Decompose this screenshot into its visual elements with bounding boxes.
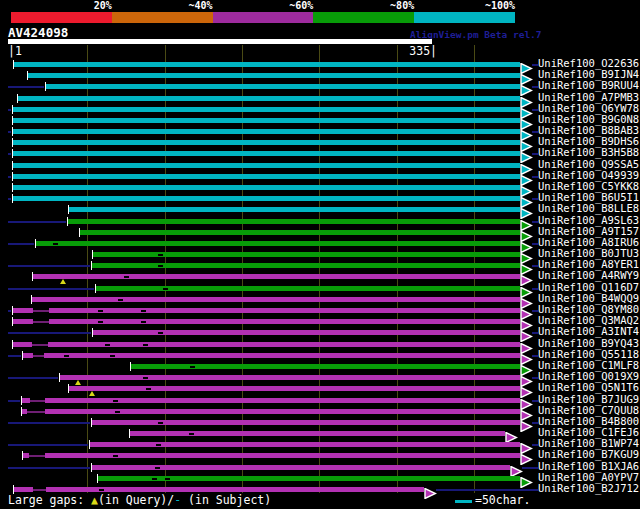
- subject-label[interactable]: UniRef100_B3H5B8: [538, 147, 639, 158]
- grid-line: [87, 45, 88, 493]
- alignment-bar-segment[interactable]: [13, 174, 520, 179]
- start-tick: [12, 116, 13, 125]
- scale-label: ~100%: [414, 0, 515, 12]
- subject-leader-line: [8, 243, 34, 245]
- alignment-bar-segment[interactable]: [69, 386, 520, 391]
- alignment-bar-segment[interactable]: [46, 84, 520, 89]
- alignment-thin-segment[interactable]: [32, 344, 48, 346]
- gap-dash: [99, 489, 104, 491]
- subject-label[interactable]: UniRef100_B2J712: [538, 483, 639, 494]
- alignment-bar-segment[interactable]: [22, 398, 30, 403]
- alignment-bar-segment[interactable]: [13, 118, 520, 123]
- subject-label[interactable]: UniRef100_A3INT4: [538, 326, 639, 337]
- subject-arrow-icon: [505, 428, 518, 439]
- alignment-bar-segment[interactable]: [28, 73, 520, 78]
- gap-dash: [64, 355, 69, 357]
- alignment-bar-segment[interactable]: [13, 185, 520, 190]
- alignment-bar-segment[interactable]: [92, 263, 520, 268]
- scale-label: ~60%: [213, 0, 314, 12]
- alignview-panel: 20%~40%~60%~80%~100% AV424098 AlignView.…: [0, 0, 640, 509]
- subject-leader-line: [8, 221, 66, 223]
- gap-dash: [158, 265, 163, 267]
- alignment-thin-segment[interactable]: [33, 321, 49, 323]
- subject-arrow-icon: [520, 70, 533, 81]
- alignment-bar-segment[interactable]: [13, 163, 520, 168]
- subject-label[interactable]: UniRef100_A4RWY9: [538, 270, 639, 281]
- start-tick: [12, 149, 13, 158]
- alignment-bar-segment[interactable]: [44, 353, 520, 358]
- alignment-bar-segment[interactable]: [13, 342, 32, 347]
- subject-gap-text: (in Subject): [181, 493, 271, 507]
- gap-dash: [113, 455, 118, 457]
- gap-dash: [105, 344, 110, 346]
- alignment-bar-segment[interactable]: [49, 319, 520, 324]
- start-tick: [17, 94, 18, 103]
- alignment-bar-segment[interactable]: [13, 151, 520, 156]
- gap-dash: [110, 355, 115, 357]
- alignment-bar-segment[interactable]: [98, 476, 520, 481]
- subject-label[interactable]: UniRef100_B7KGU9: [538, 449, 639, 460]
- alignment-bar-segment[interactable]: [14, 62, 520, 67]
- subject-leader-line: [8, 288, 94, 290]
- gap-dash: [152, 478, 157, 480]
- start-tick: [92, 250, 93, 259]
- subject-arrow-icon: [520, 204, 533, 215]
- alignment-thin-segment[interactable]: [33, 489, 46, 491]
- alignment-bar-segment[interactable]: [13, 140, 520, 145]
- start-tick: [12, 105, 13, 114]
- subject-label[interactable]: UniRef100_B9RUU4: [538, 80, 639, 91]
- alignment-bar-segment[interactable]: [18, 96, 520, 101]
- grid-line: [242, 45, 243, 493]
- alignment-bar-segment[interactable]: [68, 219, 520, 224]
- grid-line: [474, 45, 475, 493]
- subject-arrow-icon: [520, 473, 533, 484]
- subject-arrow-icon: [520, 271, 533, 282]
- alignment-bar-segment[interactable]: [23, 353, 33, 358]
- start-tick: [91, 261, 92, 270]
- alignment-bar-segment[interactable]: [49, 308, 520, 313]
- alignment-thin-segment[interactable]: [30, 400, 45, 402]
- start-tick: [12, 194, 13, 203]
- alignment-thin-segment[interactable]: [29, 455, 45, 457]
- subject-leader-line: [8, 310, 11, 312]
- alignment-bar-segment[interactable]: [13, 308, 33, 313]
- alignment-bar-segment[interactable]: [130, 431, 505, 436]
- scale-segment: [414, 12, 515, 23]
- alignment-bar-segment[interactable]: [32, 297, 520, 302]
- subject-label[interactable]: UniRef100_Q5N1T6: [538, 382, 639, 393]
- alignment-bar-segment[interactable]: [13, 129, 520, 134]
- ruler-end-label: 335|: [380, 45, 437, 58]
- subject-leader-line: [8, 332, 91, 334]
- subject-label[interactable]: UniRef100_B8LLE8: [538, 203, 639, 214]
- subject-leader-line: [8, 467, 90, 469]
- query-gap-triangle: [60, 279, 66, 284]
- alignment-bar-segment[interactable]: [48, 342, 520, 347]
- scale-segment: [213, 12, 314, 23]
- alignment-bar-segment[interactable]: [69, 207, 520, 212]
- alignment-bar-segment[interactable]: [60, 375, 520, 380]
- start-tick: [35, 239, 36, 248]
- alignment-bar-segment[interactable]: [13, 196, 520, 201]
- start-tick: [13, 60, 14, 69]
- scale-segment: [112, 12, 213, 23]
- alignment-bar-segment[interactable]: [80, 230, 520, 235]
- alignment-bar-segment[interactable]: [92, 420, 520, 425]
- alignment-bar-segment[interactable]: [33, 274, 520, 279]
- start-tick: [129, 429, 130, 438]
- start-tick: [31, 295, 32, 304]
- alignment-thin-segment[interactable]: [33, 310, 49, 312]
- query-gap-text: (in Query)/: [98, 493, 174, 507]
- start-tick: [91, 418, 92, 427]
- start-tick: [79, 228, 80, 237]
- alignment-thin-segment[interactable]: [27, 411, 45, 413]
- alignment-bar-segment[interactable]: [36, 241, 520, 246]
- scale-sample-bar: [455, 500, 472, 503]
- alignment-bar-segment[interactable]: [13, 319, 33, 324]
- alignment-thin-segment[interactable]: [33, 355, 44, 357]
- alignment-bar-segment[interactable]: [14, 487, 33, 492]
- alignment-bar-segment[interactable]: [13, 107, 520, 112]
- subject-arrow-icon: [520, 182, 533, 193]
- alignment-bar-segment[interactable]: [96, 286, 520, 291]
- alignment-bar-segment[interactable]: [90, 442, 520, 447]
- gap-dash: [156, 444, 161, 446]
